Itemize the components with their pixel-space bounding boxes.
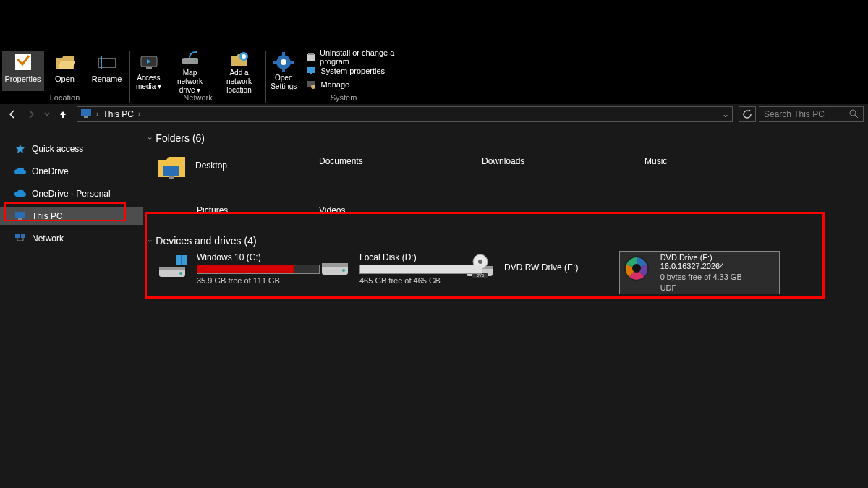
cloud-icon bbox=[14, 166, 26, 177]
folder-desktop[interactable]: Desktop bbox=[156, 148, 319, 183]
svg-rect-33 bbox=[163, 166, 179, 176]
manage-icon bbox=[305, 79, 317, 90]
network-icon bbox=[14, 233, 26, 244]
svg-rect-17 bbox=[308, 53, 314, 55]
chevron-down-icon: › bbox=[146, 239, 154, 241]
os-drive-icon bbox=[158, 252, 188, 283]
dvd-drive-icon bbox=[621, 253, 652, 283]
media-icon bbox=[137, 51, 161, 73]
sidebar: Quick access OneDrive OneDrive - Persona… bbox=[0, 124, 143, 488]
drive-c[interactable]: Windows 10 (C:) 35.9 GB free of 111 GB bbox=[156, 251, 319, 294]
search-input[interactable]: Search This PC bbox=[759, 106, 864, 122]
hdd-icon bbox=[320, 252, 351, 283]
rename-button[interactable]: Rename bbox=[86, 51, 128, 91]
properties-button[interactable]: Properties bbox=[2, 51, 44, 91]
refresh-button[interactable] bbox=[739, 106, 756, 122]
sidebar-item-quick-access[interactable]: Quick access bbox=[0, 140, 143, 158]
folder-documents[interactable]: Documents bbox=[319, 148, 482, 174]
up-button[interactable] bbox=[55, 106, 71, 122]
chevron-right-icon: › bbox=[138, 110, 140, 118]
svg-rect-19 bbox=[310, 73, 312, 74]
open-button[interactable]: Open bbox=[44, 51, 86, 91]
settings-icon bbox=[272, 51, 295, 73]
drives-section-header[interactable]: › Devices and drives (4) bbox=[149, 235, 868, 247]
svg-rect-27 bbox=[18, 218, 22, 220]
forward-button[interactable] bbox=[23, 106, 39, 122]
sidebar-item-onedrive[interactable]: OneDrive bbox=[0, 162, 143, 180]
system-properties-button[interactable]: System properties bbox=[305, 64, 417, 77]
map-drive-icon bbox=[179, 51, 202, 68]
this-pc-icon bbox=[14, 210, 26, 222]
drive-e[interactable]: DVD DVD RW Drive (E:) bbox=[464, 251, 619, 294]
recent-dropdown[interactable] bbox=[42, 106, 52, 122]
svg-rect-22 bbox=[81, 109, 91, 116]
svg-rect-29 bbox=[21, 234, 25, 238]
svg-point-11 bbox=[281, 59, 286, 65]
cloud-icon bbox=[14, 188, 26, 200]
svg-point-7 bbox=[194, 60, 196, 62]
drive-d-capacity-bar bbox=[359, 265, 482, 274]
manage-button[interactable]: Manage bbox=[305, 78, 417, 90]
svg-rect-40 bbox=[182, 255, 187, 260]
svg-point-49 bbox=[478, 260, 482, 264]
folder-videos[interactable]: Videos bbox=[319, 197, 482, 223]
desktop-folder-icon bbox=[156, 153, 185, 179]
open-icon bbox=[54, 51, 77, 74]
sidebar-item-onedrive-personal[interactable]: OneDrive - Personal bbox=[0, 184, 143, 202]
breadcrumb-this-pc[interactable]: This PC bbox=[103, 109, 134, 119]
sidebar-item-network[interactable]: Network bbox=[0, 229, 143, 247]
uninstall-icon bbox=[305, 51, 316, 63]
ribbon-group-system-label: System bbox=[331, 93, 357, 102]
folder-music[interactable]: Music bbox=[644, 148, 807, 174]
svg-rect-41 bbox=[176, 260, 181, 265]
sidebar-item-this-pc[interactable]: This PC bbox=[0, 207, 143, 225]
svg-rect-2 bbox=[101, 56, 102, 69]
svg-point-9 bbox=[242, 54, 246, 59]
drive-d[interactable]: Local Disk (D:) 465 GB free of 465 GB bbox=[319, 251, 464, 294]
navigation-bar: › This PC › ⌄ Search This PC bbox=[0, 103, 868, 124]
svg-rect-39 bbox=[176, 255, 181, 260]
ribbon: Properties Open Rename Location bbox=[0, 0, 868, 103]
svg-point-45 bbox=[342, 269, 345, 272]
svg-point-24 bbox=[850, 110, 856, 116]
rename-icon bbox=[95, 51, 119, 74]
svg-point-21 bbox=[311, 85, 315, 89]
svg-point-53 bbox=[632, 264, 641, 273]
folder-pictures[interactable]: Pictures bbox=[156, 197, 319, 223]
search-icon bbox=[849, 109, 859, 119]
svg-point-37 bbox=[179, 272, 182, 275]
svg-rect-18 bbox=[307, 67, 315, 73]
svg-line-25 bbox=[855, 115, 858, 118]
address-bar[interactable]: › This PC › ⌄ bbox=[77, 106, 733, 122]
svg-rect-44 bbox=[322, 263, 348, 267]
back-button[interactable] bbox=[4, 106, 20, 122]
search-placeholder: Search This PC bbox=[764, 109, 825, 119]
add-network-location-button[interactable]: Add a network location bbox=[214, 51, 265, 91]
svg-rect-23 bbox=[84, 116, 88, 118]
add-location-icon bbox=[228, 51, 251, 68]
drive-f[interactable]: DVD Drive (F:) 16.0.16327.20264 0 bytes … bbox=[619, 251, 780, 294]
this-pc-icon bbox=[80, 108, 92, 120]
open-settings-button[interactable]: Open Settings bbox=[266, 51, 301, 91]
uninstall-program-button[interactable]: Uninstall or change a program bbox=[305, 51, 417, 63]
properties-icon bbox=[12, 51, 35, 74]
svg-rect-36 bbox=[159, 267, 185, 270]
svg-rect-42 bbox=[182, 260, 187, 265]
svg-rect-16 bbox=[307, 54, 315, 61]
svg-rect-28 bbox=[15, 234, 20, 238]
chevron-down-icon: › bbox=[146, 137, 154, 139]
address-dropdown-icon[interactable]: ⌄ bbox=[722, 109, 729, 119]
svg-rect-5 bbox=[146, 67, 152, 69]
folder-downloads[interactable]: Downloads bbox=[482, 148, 644, 174]
drive-c-capacity-bar bbox=[197, 265, 320, 274]
svg-rect-34 bbox=[169, 176, 174, 179]
access-media-button[interactable]: Access media ▾ bbox=[132, 51, 166, 91]
ribbon-group-location-label: Location bbox=[50, 93, 80, 102]
star-icon bbox=[14, 143, 26, 155]
map-network-drive-button[interactable]: Map network drive ▾ bbox=[166, 51, 214, 91]
system-properties-icon bbox=[305, 65, 317, 77]
chevron-right-icon: › bbox=[96, 110, 98, 118]
main-content: › Folders (6) Desktop Documents Download… bbox=[143, 124, 868, 488]
folders-section-header[interactable]: › Folders (6) bbox=[149, 132, 868, 144]
svg-rect-26 bbox=[15, 212, 25, 218]
